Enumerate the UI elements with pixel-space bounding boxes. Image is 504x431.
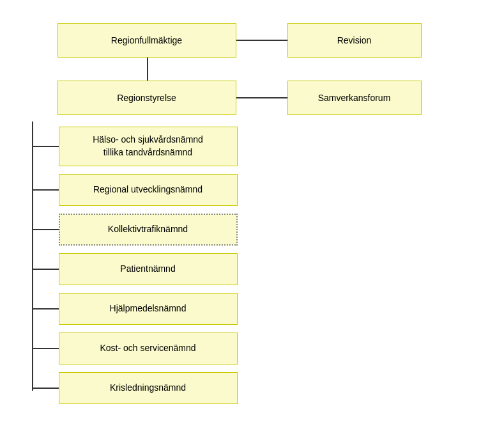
node-regional: Regional utvecklingsnämnd (59, 174, 238, 206)
node-krisledning: Krisledningsnämnd (59, 372, 238, 404)
node-kost: Kost- och servicenämnd (59, 333, 238, 364)
h-branch-krisledning (33, 388, 59, 389)
branch-patient: Patientnämnd (33, 253, 485, 285)
h-branch-kollektiv (33, 229, 59, 230)
h-branch-kost (33, 348, 59, 349)
branch-halso: Hälso- och sjukvårdsnämnd tillika tandvå… (33, 127, 485, 166)
node-patient: Patientnämnd (59, 253, 238, 285)
h-branch-regional (33, 189, 59, 191)
h-branch-halso (33, 146, 59, 147)
h-branch-patient (33, 269, 59, 270)
branch-regional: Regional utvecklingsnämnd (33, 174, 485, 206)
connector-top (236, 40, 287, 41)
node-hjalp: Hjälpmedelsnämnd (59, 293, 238, 325)
org-chart: Regionfullmäktige Revision Regionstyrels… (13, 10, 492, 420)
branch-krisledning: Krisledningsnämnd (33, 372, 485, 404)
connector-region (236, 97, 287, 98)
left-container: Hälso- och sjukvårdsnämnd tillika tandvå… (19, 121, 485, 407)
branch-hjalp: Hjälpmedelsnämnd (33, 293, 485, 325)
h-branch-hjalp (33, 308, 59, 310)
left-line-wrap: Hälso- och sjukvårdsnämnd tillika tandvå… (19, 121, 485, 407)
region-row: Regionstyrelse Samverkansforum (19, 81, 485, 115)
top-row: Regionfullmäktige Revision (19, 23, 485, 58)
nodes-column: Hälso- och sjukvårdsnämnd tillika tandvå… (33, 121, 485, 407)
node-regionfullmaktige: Regionfullmäktige (57, 23, 236, 58)
node-samverkansforum: Samverkansforum (287, 81, 422, 115)
node-regionstyrelse: Regionstyrelse (57, 81, 236, 115)
node-kollektiv: Kollektivtrafiknämnd (59, 214, 238, 246)
vert-connector-top (147, 58, 148, 81)
branch-kost: Kost- och servicenämnd (33, 333, 485, 364)
branch-kollektiv: Kollektivtrafiknämnd (33, 214, 485, 246)
node-halso: Hälso- och sjukvårdsnämnd tillika tandvå… (59, 127, 238, 166)
node-revision: Revision (287, 23, 422, 58)
